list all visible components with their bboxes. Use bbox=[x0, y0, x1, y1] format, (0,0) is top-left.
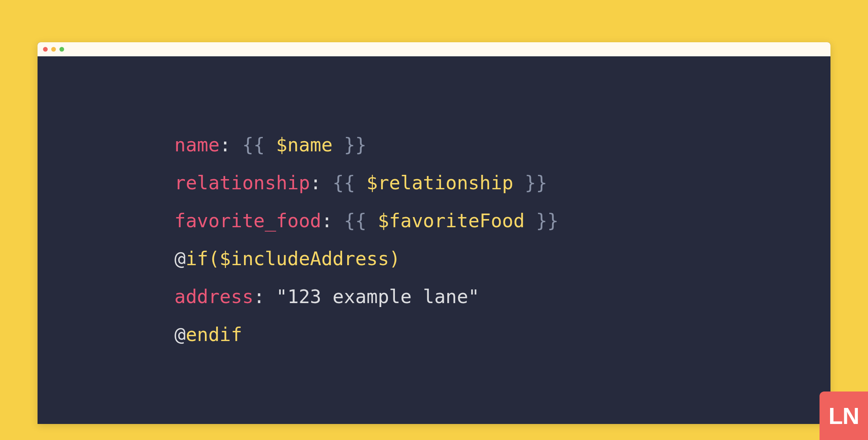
yaml-key: name bbox=[174, 134, 220, 156]
window-close-icon[interactable] bbox=[43, 47, 48, 52]
blade-brace-open: {{ bbox=[242, 134, 265, 156]
brand-logo: LN bbox=[820, 392, 868, 440]
code-window: name: {{ $name }} relationship: {{ $rela… bbox=[38, 42, 830, 424]
code-line: favorite_food: {{ $favoriteFood }} bbox=[174, 210, 559, 232]
blade-brace-open: {{ bbox=[344, 210, 366, 232]
blade-at: @ bbox=[174, 323, 186, 345]
code-line: name: {{ $name }} bbox=[174, 134, 366, 156]
window-minimize-icon[interactable] bbox=[51, 47, 56, 52]
blade-variable: $name bbox=[276, 134, 333, 156]
blade-variable: $relationship bbox=[366, 172, 513, 194]
blade-directive: if bbox=[186, 248, 208, 269]
blade-variable: $favoriteFood bbox=[378, 210, 525, 232]
yaml-key: address bbox=[174, 286, 253, 307]
yaml-key: relationship bbox=[174, 172, 310, 194]
window-maximize-icon[interactable] bbox=[59, 47, 64, 52]
blade-variable: $includeAddress bbox=[220, 248, 389, 269]
paren-open: ( bbox=[208, 248, 220, 269]
blade-at: @ bbox=[174, 248, 186, 269]
code-editor: name: {{ $name }} relationship: {{ $rela… bbox=[38, 56, 830, 424]
blade-brace-open: {{ bbox=[333, 172, 355, 194]
paren-close: ) bbox=[389, 248, 400, 269]
code-line: @if($includeAddress) bbox=[174, 248, 400, 269]
blade-brace-close: }} bbox=[525, 172, 547, 194]
brand-logo-text: LN bbox=[829, 402, 859, 429]
code-line: address: "123 example lane" bbox=[174, 286, 479, 307]
window-titlebar bbox=[38, 42, 830, 56]
code-line: relationship: {{ $relationship }} bbox=[174, 172, 547, 194]
blade-brace-close: }} bbox=[536, 210, 559, 232]
yaml-key: favorite_food bbox=[174, 210, 321, 232]
blade-brace-close: }} bbox=[344, 134, 367, 156]
code-line: @endif bbox=[174, 323, 242, 345]
blade-directive: endif bbox=[186, 323, 242, 345]
string-literal: "123 example lane" bbox=[276, 286, 479, 307]
